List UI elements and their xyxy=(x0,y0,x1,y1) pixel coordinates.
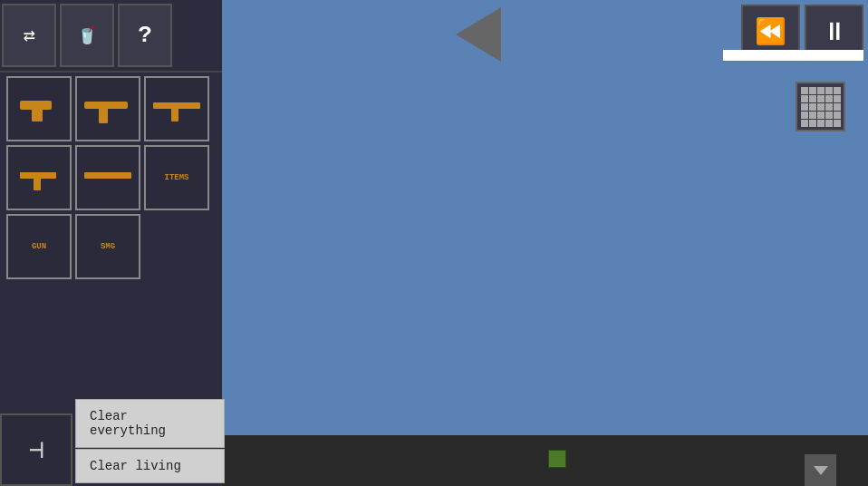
grid-cell-0-0[interactable] xyxy=(6,76,72,141)
grid-cell-1-2[interactable]: ITEMS xyxy=(144,145,209,210)
weapon-text-3: ITEMS xyxy=(164,173,188,183)
grid-icon xyxy=(801,87,841,127)
bottom-right-button[interactable] xyxy=(805,454,836,486)
weapon-pistol-icon xyxy=(15,96,63,122)
back-button[interactable] xyxy=(448,0,507,68)
grid-cell-1-1[interactable] xyxy=(75,145,140,210)
weapon-text-5: SMG xyxy=(101,242,115,252)
game-area: ⏪ ⏸ xyxy=(222,0,868,435)
clear-everything-button[interactable]: Clear everything xyxy=(75,399,225,448)
grid-row-2: GUN SMG xyxy=(5,212,217,281)
grid-cell-0-1[interactable] xyxy=(75,76,140,141)
back-arrow-icon xyxy=(456,7,501,62)
weapon-long-icon xyxy=(84,165,131,190)
bottom-bar xyxy=(222,435,868,486)
item-grid: ITEMS GUN SMG xyxy=(5,74,217,281)
progress-bar-fill xyxy=(723,50,863,61)
help-button[interactable]: ? xyxy=(118,4,172,67)
weapon-text-4: GUN xyxy=(32,242,46,252)
context-menu: Clear everything Clear living xyxy=(75,399,225,484)
exit-icon: ⊣ xyxy=(29,434,44,465)
grid-row-0 xyxy=(5,74,217,143)
secondary-button[interactable]: 🥤 xyxy=(60,4,114,67)
top-toolbar: ⇄ 🥤 ? xyxy=(0,0,222,73)
grid-toggle-button[interactable] xyxy=(796,82,845,131)
grid-cell-2-0[interactable]: GUN xyxy=(6,214,72,279)
down-arrow-icon xyxy=(814,466,828,475)
swap-button[interactable]: ⇄ xyxy=(2,4,56,67)
clear-living-button[interactable]: Clear living xyxy=(75,449,225,483)
weapon-smg-icon xyxy=(84,96,131,122)
grid-cell-1-0[interactable] xyxy=(6,145,72,210)
weapon-rifle-icon xyxy=(153,96,200,122)
progress-bar-container xyxy=(723,50,863,61)
grid-row-1: ITEMS xyxy=(5,143,217,212)
exit-button[interactable]: ⊣ xyxy=(0,413,72,486)
secondary-icon: 🥤 xyxy=(77,25,97,45)
grid-cell-0-2[interactable] xyxy=(144,76,209,141)
green-entity xyxy=(548,450,566,468)
grid-cell-2-1[interactable]: SMG xyxy=(75,214,140,279)
weapon-mini-icon xyxy=(15,165,63,190)
